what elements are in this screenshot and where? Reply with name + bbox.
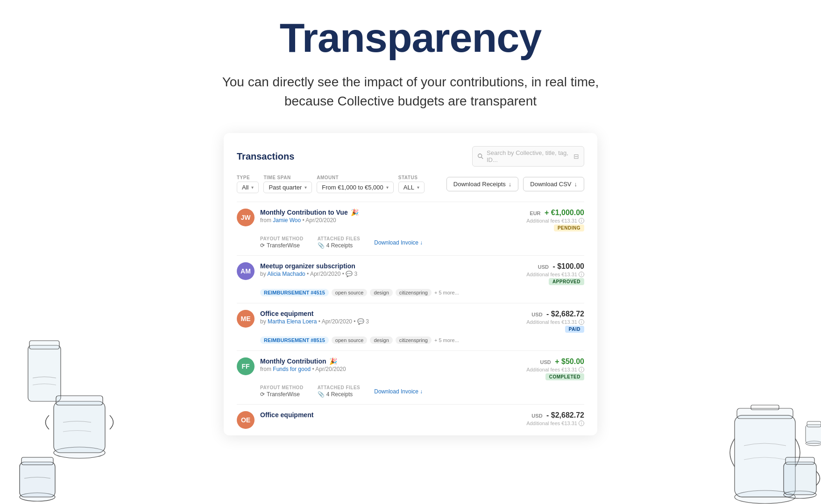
download-receipts-label: Download Receipts: [453, 181, 506, 188]
transaction-title: Monthly Contribution to Vue 🎉: [260, 209, 359, 216]
from-link[interactable]: Funds for good: [273, 366, 311, 372]
download-invoice-link[interactable]: Download Invoice ↓: [374, 239, 423, 246]
type-chevron: ▾: [251, 185, 254, 190]
timespan-label: TIME SPAN: [263, 175, 312, 180]
search-bar[interactable]: Search by Collective, title, tag, ID... …: [472, 146, 584, 167]
from-link[interactable]: Alicia Machado: [267, 271, 305, 277]
payout-group: PAYOUT METHOD ⟳ TransferWise: [260, 385, 304, 398]
svg-point-4: [54, 447, 105, 458]
svg-rect-13: [751, 405, 779, 410]
tag[interactable]: design: [370, 289, 392, 296]
transaction-right: USD - $100.00 Additional fees €13.31 i A…: [526, 262, 584, 285]
tag[interactable]: design: [370, 336, 392, 344]
transaction-meta: from Funds for good • Apr/20/2020: [260, 366, 346, 372]
transaction-left: JW Monthly Contribution to Vue 🎉 from Ja…: [237, 209, 359, 226]
transaction-item: AM Meetup organizer subscription by Alic…: [237, 256, 584, 303]
transaction-info: Monthly Contribution 🎉 from Funds for go…: [260, 357, 346, 372]
download-arrow: ↓: [420, 239, 423, 246]
info-icon[interactable]: i: [579, 218, 584, 224]
from-link[interactable]: Martha Elena Loera: [268, 318, 317, 325]
page-subtitle: You can directly see the impact of your …: [210, 73, 611, 111]
timespan-value: Past quarter: [269, 184, 302, 191]
filters-right: Download Receipts ↓ Download CSV ↓: [446, 177, 584, 191]
transaction-left: FF Monthly Contribution 🎉 from Funds for…: [237, 357, 346, 375]
status-value: ALL: [403, 184, 414, 191]
svg-rect-2: [28, 345, 61, 401]
info-icon[interactable]: i: [579, 420, 584, 426]
tag[interactable]: citizenspring: [396, 289, 432, 296]
tag[interactable]: open source: [332, 336, 368, 344]
transaction-item: FF Monthly Contribution 🎉 from Funds for…: [237, 351, 584, 405]
download-receipts-icon: ↓: [509, 181, 512, 188]
amount: + €1,000.00: [545, 209, 584, 217]
tag[interactable]: citizenspring: [396, 336, 432, 344]
transaction-main: JW Monthly Contribution to Vue 🎉 from Ja…: [237, 209, 584, 231]
svg-rect-5: [54, 401, 105, 453]
page-wrapper: Transparency You can directly see the im…: [0, 0, 821, 504]
transaction-details: PAYOUT METHOD ⟳ TransferWise ATTACHED FI…: [260, 385, 584, 398]
fees: Additional fees €13.31 i: [526, 367, 584, 372]
from-link[interactable]: Jamie Woo: [273, 217, 301, 224]
amount-select[interactable]: From €1,000 to €5,000 ▾: [317, 182, 394, 193]
filter-amount: AMOUNT From €1,000 to €5,000 ▾: [317, 175, 394, 193]
status-badge: PAID: [565, 326, 584, 333]
comment-icon: 💬 3: [357, 318, 369, 325]
transaction-emoji: 🎉: [351, 209, 359, 216]
svg-rect-12: [737, 408, 793, 419]
svg-rect-15: [784, 462, 816, 495]
download-csv-button[interactable]: Download CSV ↓: [523, 177, 584, 191]
avatar: ME: [237, 310, 255, 328]
fees: Additional fees €13.31 i: [526, 420, 584, 426]
comment-icon: 💬 3: [346, 271, 357, 277]
amount-line: USD - $2,682.72: [531, 310, 584, 318]
tag[interactable]: REIMBURSEMENT #4515: [260, 289, 329, 296]
timespan-select[interactable]: Past quarter ▾: [263, 182, 312, 193]
tags-row: REIMBURSEMENT #8515 open source design c…: [260, 336, 584, 344]
status-badge: COMPLETED: [545, 373, 584, 380]
transaction-left: ME Office equipment by Martha Elena Loer…: [237, 310, 369, 328]
type-select[interactable]: All ▾: [237, 182, 259, 193]
transaction-item: JW Monthly Contribution to Vue 🎉 from Ja…: [237, 202, 584, 256]
amount: - $2,682.72: [546, 411, 584, 419]
files-icon: 📎: [318, 391, 325, 398]
transaction-title: Office equipment: [260, 411, 313, 419]
files-group: ATTACHED FILES 📎 4 Receipts: [318, 385, 361, 398]
transaction-meta: [260, 420, 313, 426]
download-csv-icon: ↓: [574, 181, 578, 188]
tag-more[interactable]: + 5 more...: [434, 337, 459, 343]
info-icon[interactable]: i: [579, 367, 584, 372]
status-select[interactable]: ALL ▾: [398, 182, 425, 193]
tag-more[interactable]: + 5 more...: [434, 290, 459, 295]
transaction-item: ME Office equipment by Martha Elena Loer…: [237, 303, 584, 351]
payout-icon: ⟳: [260, 242, 265, 249]
amount-line: USD - $100.00: [538, 262, 584, 271]
info-icon[interactable]: i: [579, 319, 584, 325]
filter-status: STATUS ALL ▾: [398, 175, 425, 193]
amount: + $50.00: [555, 357, 584, 365]
download-invoice-link[interactable]: Download Invoice ↓: [374, 388, 423, 395]
transaction-meta: by Alicia Machado • Apr/20/2020 • 💬 3: [260, 271, 357, 277]
amount-line: EUR + €1,000.00: [530, 209, 584, 217]
tag[interactable]: open source: [332, 289, 368, 296]
transaction-right: USD - $2,682.72 Additional fees €13.31 i: [526, 411, 584, 426]
svg-rect-6: [56, 396, 103, 405]
info-icon[interactable]: i: [579, 272, 584, 277]
jars-right-decoration: [662, 308, 821, 504]
amount-chevron: ▾: [386, 185, 389, 190]
avatar: AM: [237, 262, 255, 280]
tag[interactable]: REIMBURSEMENT #8515: [260, 336, 329, 344]
filter-icon[interactable]: ⊟: [573, 153, 579, 160]
transaction-title: Office equipment: [260, 310, 369, 317]
svg-rect-8: [20, 462, 55, 497]
transaction-left: OE Office equipment: [237, 411, 313, 429]
transactions-panel: Transactions Search by Collective, title…: [224, 133, 597, 435]
download-receipts-button[interactable]: Download Receipts ↓: [446, 177, 519, 191]
fees: Additional fees €13.31 i: [526, 319, 584, 325]
svg-point-17: [806, 441, 821, 446]
panel-header: Transactions Search by Collective, title…: [237, 146, 584, 167]
status-label: STATUS: [398, 175, 425, 180]
transaction-title: Meetup organizer subscription: [260, 262, 357, 270]
transaction-meta: by Martha Elena Loera • Apr/20/2020 • 💬 …: [260, 318, 369, 325]
avatar: JW: [237, 209, 255, 226]
transaction-info: Office equipment by Martha Elena Loera •…: [260, 310, 369, 325]
